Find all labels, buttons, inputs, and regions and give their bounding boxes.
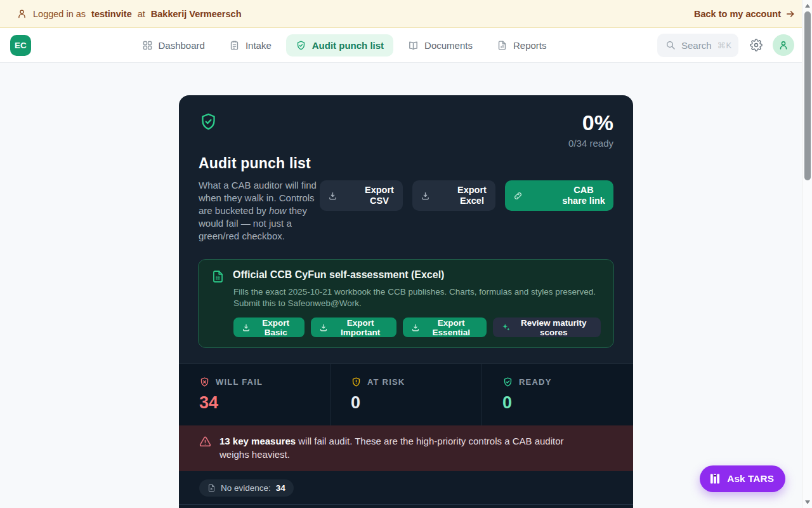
link-icon — [513, 191, 556, 201]
warning-text: 13 key measures will fail audit. These a… — [219, 434, 587, 461]
nav-item-dashboard[interactable]: Dashboard — [133, 34, 214, 57]
search-input[interactable]: Search ⌘K — [657, 34, 738, 57]
scrollbar-up-arrow[interactable] — [805, 4, 810, 8]
download-icon — [411, 323, 420, 332]
user-icon — [16, 8, 27, 19]
key-measures-warning: 13 key measures will fail audit. These a… — [179, 425, 633, 471]
shield-x-icon — [199, 377, 210, 387]
clipboard-icon — [229, 40, 240, 51]
tars-robot-icon — [709, 472, 721, 485]
filter-label: No evidence: — [221, 483, 271, 493]
search-shortcut: ⌘K — [717, 41, 733, 50]
readiness-count: 0/34 ready — [568, 138, 613, 149]
stat-will-fail: WILL FAIL 34 — [179, 364, 330, 425]
download-icon — [242, 323, 251, 332]
download-icon — [421, 191, 451, 201]
back-to-account-link[interactable]: Back to my account — [694, 9, 796, 19]
export-excel-label: Export Excel — [457, 185, 487, 206]
ask-tars-button[interactable]: Ask TARS — [700, 465, 785, 492]
nav-label: Reports — [513, 40, 547, 51]
punch-list-section: No evidence: 34 DE.AE-03.1 DE.AE-03.1 KE… — [179, 471, 633, 508]
arrow-right-icon — [785, 9, 796, 19]
stat-value: 0 — [502, 393, 633, 413]
logged-in-username: testinvite — [91, 9, 132, 19]
page-body: 0% 0/34 ready Audit punch list What a CA… — [0, 95, 812, 508]
nav-item-audit-punch-list[interactable]: Audit punch list — [286, 34, 393, 57]
logged-in-org: Bakkerij Vermeersch — [151, 9, 242, 19]
spreadsheet-file-icon — [211, 270, 225, 283]
export-csv-label: Export CSV — [364, 185, 395, 206]
sparkles-icon — [501, 323, 511, 332]
top-nav: EC Dashboard Intake Audit punch list Doc… — [0, 28, 812, 63]
warning-triangle-icon — [199, 436, 211, 461]
review-maturity-scores-button[interactable]: Review maturity scores — [493, 318, 601, 337]
stat-at-risk: AT RISK 0 — [330, 364, 481, 425]
download-icon — [328, 191, 358, 201]
stat-ready: READY 0 — [481, 364, 633, 425]
nav-label: Documents — [424, 40, 473, 51]
nav-item-intake[interactable]: Intake — [219, 34, 281, 57]
stat-label: AT RISK — [367, 377, 405, 387]
back-to-account-label: Back to my account — [694, 9, 781, 19]
page-description: What a CAB auditor will find when they w… — [199, 179, 320, 243]
ask-tars-label: Ask TARS — [727, 473, 774, 485]
readiness-percent: 0% — [568, 112, 613, 133]
shield-check-icon — [199, 112, 218, 131]
card-header: 0% 0/34 ready Audit punch list What a CA… — [179, 95, 633, 259]
page-scrollbar[interactable] — [802, 0, 812, 508]
stat-label: WILL FAIL — [216, 377, 263, 387]
filter-row: No evidence: 34 — [179, 471, 633, 504]
export-basic-label: Export Basic — [255, 318, 296, 337]
nav-label: Intake — [246, 40, 272, 51]
nav-item-reports[interactable]: Reports — [487, 34, 556, 57]
scrollbar-thumb[interactable] — [804, 11, 811, 180]
search-icon — [665, 40, 676, 50]
page-title: Audit punch list — [199, 155, 613, 172]
review-maturity-scores-label: Review maturity scores — [515, 318, 593, 337]
avatar-person-icon — [778, 39, 789, 51]
official-box-description: Fills the exact 2025-10-21 workbook the … — [233, 286, 601, 309]
export-basic-button[interactable]: Export Basic — [233, 318, 304, 337]
official-ccb-box: Official CCB CyFun self-assessment (Exce… — [198, 259, 614, 348]
user-avatar[interactable] — [773, 34, 794, 56]
nav-items: Dashboard Intake Audit punch list Docume… — [133, 34, 556, 57]
export-important-button[interactable]: Export Important — [311, 318, 396, 337]
file-x-icon — [207, 484, 216, 492]
shield-alert-icon — [351, 377, 362, 387]
official-box-actions: Export Basic Export Important Export Ess… — [233, 318, 601, 337]
export-essential-label: Export Essential — [424, 318, 478, 337]
download-icon — [319, 323, 328, 332]
cab-share-link-button[interactable]: CAB share link — [505, 180, 613, 211]
impersonation-banner: Logged in as testinvite at Bakkerij Verm… — [0, 0, 812, 28]
stat-value: 0 — [351, 393, 481, 413]
audit-punch-list-card: 0% 0/34 ready Audit punch list What a CA… — [179, 95, 633, 508]
export-important-label: Export Important — [332, 318, 388, 337]
filter-count: 34 — [276, 483, 285, 493]
logged-in-as: Logged in as testinvite at Bakkerij Verm… — [16, 8, 242, 19]
logged-in-at: at — [138, 9, 145, 19]
logged-in-prefix: Logged in as — [33, 9, 86, 19]
nav-item-documents[interactable]: Documents — [398, 34, 482, 57]
scrollbar-down-arrow[interactable] — [805, 500, 810, 504]
stat-label: READY — [519, 377, 552, 387]
nav-label: Dashboard — [159, 40, 205, 51]
cab-share-label: CAB share link — [562, 185, 605, 206]
stats-band: WILL FAIL 34 AT RISK 0 READY — [179, 363, 633, 425]
report-file-icon — [497, 40, 508, 51]
official-box-title: Official CCB CyFun self-assessment (Exce… — [233, 269, 444, 281]
stat-value: 34 — [199, 393, 330, 413]
settings-gear-icon[interactable] — [750, 39, 763, 51]
search-placeholder: Search — [681, 40, 712, 51]
export-essential-button[interactable]: Export Essential — [403, 318, 487, 337]
nav-label: Audit punch list — [312, 40, 384, 51]
header-actions: Export CSV Export Excel CAB share link — [320, 179, 613, 211]
export-csv-button[interactable]: Export CSV — [320, 180, 403, 211]
dashboard-grid-icon — [142, 40, 153, 51]
book-open-icon — [408, 40, 419, 51]
app-logo[interactable]: EC — [10, 35, 31, 56]
no-evidence-filter-chip[interactable]: No evidence: 34 — [199, 479, 294, 497]
export-excel-button[interactable]: Export Excel — [412, 180, 495, 211]
shield-check-icon — [296, 40, 306, 51]
control-row-de-ae-03-1[interactable]: DE.AE-03.1 DE.AE-03.1 KEY No evidence — [179, 504, 633, 508]
shield-check-icon — [502, 377, 513, 387]
